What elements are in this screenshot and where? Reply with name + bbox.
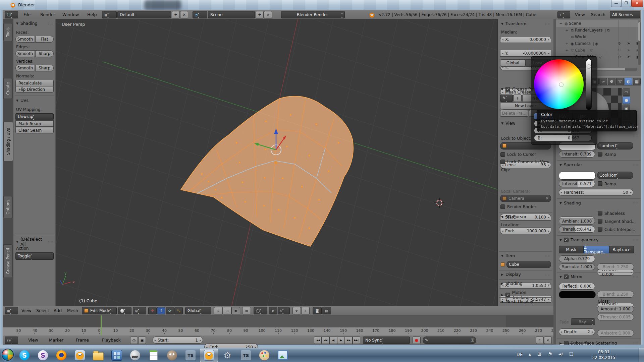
menu-file[interactable]: File (23, 11, 31, 18)
edges-smooth-button[interactable]: Smooth (15, 50, 35, 57)
texture-tab[interactable]: ▦ (633, 78, 641, 85)
gloss-amount-slider[interactable]: Amount: 1.000 (597, 306, 634, 312)
record-button[interactable]: ● (413, 337, 421, 344)
clear-seam-button[interactable]: Clear Seam (15, 127, 54, 133)
expander-icon[interactable]: + (564, 48, 570, 53)
outliner-item-label[interactable]: Scene (569, 21, 581, 26)
viewport-3d[interactable]: x y User Persp (1) Cube (56, 19, 497, 306)
viewport-canvas[interactable] (56, 19, 497, 306)
sss-panel-header[interactable]: Subsurface Scattering:::: (559, 341, 639, 345)
vertex-select-button[interactable]: ▫ (214, 307, 223, 314)
jump-to-end-button[interactable]: ▶▶| (353, 337, 360, 344)
mirror-depth-field[interactable]: Depth:2 (559, 328, 595, 335)
menu-timeline-marker[interactable]: Marker (49, 337, 63, 344)
maximize-button[interactable]: ❐ (621, 0, 631, 7)
scene-icon-button[interactable]: ◔ (193, 11, 207, 18)
gloss-anisotropic-slider[interactable]: Anisotro:1.000 (597, 330, 634, 337)
motion-tracking-checkbox[interactable] (505, 293, 510, 297)
layout-add-button[interactable]: + (172, 11, 180, 18)
delete-keyframe-button[interactable]: ✕ (544, 337, 552, 344)
toggle-visible-icon[interactable]: ⊙ (614, 40, 624, 47)
data-tab[interactable]: ▽ (616, 78, 624, 85)
modifiers-tab[interactable]: ⚙ (608, 78, 615, 85)
tab-tools[interactable]: Tools (3, 23, 13, 41)
sync-dropdown[interactable]: No Sync (363, 337, 410, 344)
current-frame-playhead[interactable] (101, 315, 102, 335)
language-indicator[interactable]: DE (517, 352, 523, 357)
grease-add-button[interactable]: + (514, 95, 522, 102)
blender-active-icon-slot[interactable] (200, 349, 218, 362)
outliner-row-camera[interactable]: +◉Camera| ◉⊙➤▣ (556, 40, 638, 47)
motion-tracking-panel-header[interactable]: Motion Tracking:::: (501, 290, 551, 300)
scrollbar-thumb[interactable] (638, 22, 640, 41)
snap-peel-button[interactable]: ✜ (292, 307, 301, 314)
menu-view3d-select[interactable]: Select (36, 307, 49, 314)
play-button[interactable]: ▶ (337, 337, 345, 344)
mirror-blend-slider[interactable]: Blend: 1.250 (597, 291, 634, 298)
use-preview-range-button[interactable]: ◷ (130, 337, 138, 344)
diffuse-shader-dropdown[interactable]: Lambert (597, 142, 633, 149)
ambient-slider[interactable]: Ambien: 1.000 (559, 218, 595, 225)
outliner-item-label[interactable]: Cube (575, 48, 585, 53)
translate-manipulator-button[interactable]: ↑ (157, 307, 165, 314)
tray-clock[interactable]: 03:01 22.08.2015 (585, 349, 622, 361)
transparency-panel-header[interactable]: Transparency:::: (559, 237, 639, 242)
constraints-tab[interactable]: ∞ (599, 78, 607, 85)
tab-options[interactable]: Options (3, 196, 13, 218)
menu-timeline-playback[interactable]: Playback (102, 337, 121, 344)
play-reverse-button[interactable]: ◀ (329, 337, 337, 344)
sss-checkbox[interactable] (564, 341, 569, 345)
layout-delete-button[interactable]: ✕ (180, 11, 188, 18)
timeline-ruler[interactable]: -50-40-30-20-100102030405060708090100110… (3, 327, 553, 335)
gimp-icon-slot[interactable] (163, 349, 181, 362)
value-slider-cursor[interactable] (587, 65, 591, 68)
shareaza-icon-slot[interactable]: S (34, 349, 52, 362)
tab-grease-pencil[interactable]: Grease Pencil (3, 244, 13, 278)
tangent-shading-checkbox[interactable] (598, 219, 602, 224)
blue-slider[interactable]: B:0.667 (534, 135, 592, 141)
redo-panel-header[interactable]: (De)select All:::: (16, 237, 54, 247)
scene-field[interactable]: Scene (208, 11, 255, 18)
menu-timeline-frame[interactable]: Frame (76, 337, 89, 344)
outliner-item-label[interactable]: RenderLayers (575, 28, 602, 33)
alpha-slider[interactable]: Alpha: 0.779 (559, 255, 595, 262)
render-opengl-button[interactable]: ◙ (313, 307, 322, 314)
lock-camera-checkbox[interactable] (500, 160, 505, 164)
render-border-checkbox[interactable] (500, 204, 505, 209)
toggle-visible-icon[interactable]: ⊙ (614, 54, 624, 60)
show-desktop-button[interactable] (639, 348, 644, 362)
scale-manipulator-button[interactable]: ⤡ (174, 307, 183, 314)
diffuse-ramp-checkbox[interactable] (598, 152, 602, 157)
specular-panel-header[interactable]: Specular:::: (559, 162, 639, 167)
notepad-icon-slot[interactable] (145, 349, 163, 362)
blender-icon-slot[interactable] (71, 349, 89, 362)
item-panel-header[interactable]: Item:::: (501, 253, 551, 258)
transparency-blend-slider[interactable]: Blend: 1.250 (597, 263, 634, 270)
editor-type-button-outliner[interactable]: ⋿ (557, 11, 570, 18)
raytrace-button[interactable]: Raytrace (609, 246, 634, 253)
toggle-selectable-icon[interactable]: ➤ (624, 40, 633, 47)
rotate-manipulator-button[interactable]: ⟳ (166, 307, 174, 314)
action-center-flag-icon[interactable]: ⚑ (548, 351, 552, 357)
skype-icon-slot[interactable]: S (15, 349, 34, 362)
frame-start-field[interactable]: Start:1 (153, 337, 203, 344)
recalculate-button[interactable]: Recalculate (15, 80, 54, 86)
start-button[interactable] (2, 349, 14, 361)
vertices-smooth-button[interactable]: Smooth (15, 65, 35, 71)
proportional-edit-dropdown[interactable]: ◯ (254, 307, 267, 314)
preview-flat-button[interactable]: ▭ (623, 88, 630, 96)
toggle-visible-icon[interactable]: ⊙ (614, 47, 624, 54)
menu-timeline-view[interactable]: View (28, 337, 38, 344)
outliner-item-label[interactable]: World (575, 35, 586, 39)
cubic-interp-checkbox[interactable] (598, 227, 602, 232)
editor-type-button-3d[interactable]: ▦ (5, 307, 18, 314)
shadeless-checkbox[interactable] (598, 211, 602, 216)
minimize-button[interactable]: — (611, 0, 621, 7)
insert-keyframe-button[interactable]: ⚿ (536, 337, 544, 344)
teamspeak2-icon-slot[interactable]: TS (237, 349, 255, 362)
outliner-vscrollbar[interactable] (638, 21, 641, 65)
color-wheel-cursor[interactable] (559, 83, 563, 86)
mask-button[interactable]: Mask (559, 246, 584, 253)
outliner-row-cube[interactable]: +▽Cube| ▽⊙➤▣ (556, 47, 638, 54)
window-titlebar[interactable]: Blender — ❐ ✕ (0, 0, 644, 10)
